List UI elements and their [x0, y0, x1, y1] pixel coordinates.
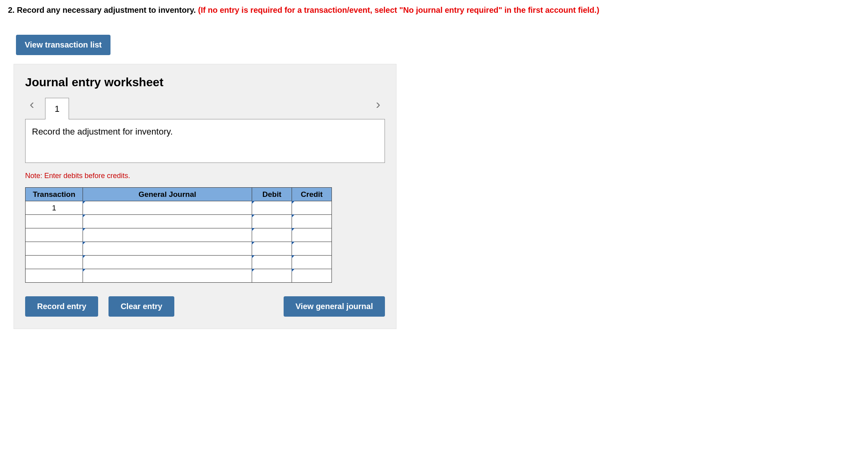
cell-credit[interactable]	[292, 269, 332, 283]
cell-general-journal[interactable]	[83, 201, 252, 215]
instruction-text: 2. Record any necessary adjustment to in…	[8, 5, 860, 16]
cell-credit[interactable]	[292, 256, 332, 269]
cell-transaction	[26, 215, 83, 228]
header-debit: Debit	[252, 188, 292, 201]
transaction-prompt: Record the adjustment for inventory.	[25, 119, 385, 163]
view-general-journal-button[interactable]: View general journal	[284, 296, 385, 317]
cell-debit[interactable]	[252, 228, 292, 242]
cell-credit[interactable]	[292, 228, 332, 242]
journal-row	[26, 242, 332, 256]
cell-general-journal[interactable]	[83, 256, 252, 269]
journal-header-row: Transaction General Journal Debit Credit	[26, 188, 332, 201]
cell-general-journal[interactable]	[83, 269, 252, 283]
cell-general-journal[interactable]	[83, 215, 252, 228]
panel-title: Journal entry worksheet	[25, 75, 385, 89]
debits-before-credits-note: Note: Enter debits before credits.	[25, 172, 385, 180]
chevron-left-icon[interactable]: ‹	[25, 97, 39, 111]
cell-transaction	[26, 269, 83, 283]
journal-row	[26, 228, 332, 242]
journal-entry-panel: Journal entry worksheet ‹ 1 › Record the…	[14, 64, 397, 329]
header-credit: Credit	[292, 188, 332, 201]
cell-debit[interactable]	[252, 269, 292, 283]
instruction-red: (If no entry is required for a transacti…	[198, 6, 599, 14]
cell-general-journal[interactable]	[83, 242, 252, 256]
journal-table: Transaction General Journal Debit Credit…	[25, 187, 332, 283]
tab-1[interactable]: 1	[45, 98, 69, 119]
cell-credit[interactable]	[292, 201, 332, 215]
cell-debit[interactable]	[252, 201, 292, 215]
cell-debit[interactable]	[252, 215, 292, 228]
tab-nav: ‹ 1 ›	[25, 97, 385, 119]
clear-entry-button[interactable]: Clear entry	[108, 296, 174, 317]
journal-row	[26, 256, 332, 269]
instruction-black: Record any necessary adjustment to inven…	[17, 6, 196, 14]
journal-row: 1	[26, 201, 332, 215]
journal-body: 1	[26, 201, 332, 283]
cell-debit[interactable]	[252, 256, 292, 269]
cell-transaction	[26, 242, 83, 256]
chevron-right-icon[interactable]: ›	[371, 97, 385, 111]
cell-transaction	[26, 228, 83, 242]
header-transaction: Transaction	[26, 188, 83, 201]
cell-credit[interactable]	[292, 242, 332, 256]
cell-transaction	[26, 256, 83, 269]
cell-general-journal[interactable]	[83, 228, 252, 242]
record-entry-button[interactable]: Record entry	[25, 296, 98, 317]
journal-row	[26, 215, 332, 228]
cell-debit[interactable]	[252, 242, 292, 256]
view-transaction-list-button[interactable]: View transaction list	[16, 35, 110, 55]
header-general-journal: General Journal	[83, 188, 252, 201]
cell-credit[interactable]	[292, 215, 332, 228]
cell-transaction: 1	[26, 201, 83, 215]
instruction-number: 2.	[8, 6, 15, 14]
panel-button-row: Record entry Clear entry View general jo…	[25, 296, 385, 317]
journal-row	[26, 269, 332, 283]
